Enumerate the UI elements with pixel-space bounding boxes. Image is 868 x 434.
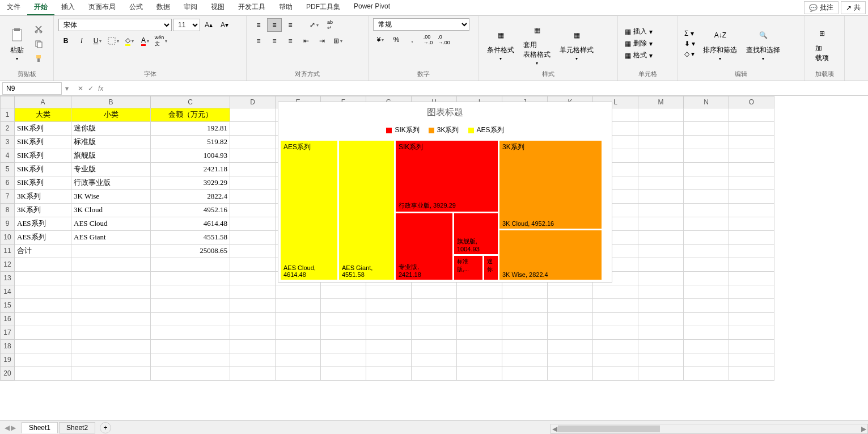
cell-J16[interactable] bbox=[502, 313, 548, 326]
table-format-button[interactable]: ▦套用 表格格式▾ bbox=[520, 20, 554, 67]
cell-G20[interactable] bbox=[366, 367, 412, 381]
cell-H18[interactable] bbox=[412, 340, 457, 353]
tile-sik-std[interactable]: 标准版,... bbox=[454, 256, 482, 280]
cell-B8[interactable]: 3K Cloud bbox=[71, 204, 151, 217]
cell-D4[interactable] bbox=[230, 149, 276, 163]
row-header-15[interactable]: 15 bbox=[0, 299, 15, 313]
col-header-M[interactable]: M bbox=[638, 96, 684, 108]
cell-D16[interactable] bbox=[230, 313, 276, 326]
cell-C18[interactable] bbox=[151, 340, 230, 353]
cell-M7[interactable] bbox=[638, 190, 684, 204]
align-middle-button[interactable]: ≡ bbox=[267, 18, 282, 32]
cell-C6[interactable]: 3929.29 bbox=[151, 176, 230, 190]
cell-D12[interactable] bbox=[230, 258, 276, 272]
cell-M20[interactable] bbox=[638, 367, 684, 381]
cell-A14[interactable] bbox=[15, 285, 71, 299]
share-button[interactable]: ↗共 bbox=[841, 1, 866, 14]
cell-N8[interactable] bbox=[684, 204, 729, 217]
format-painter-button[interactable] bbox=[32, 52, 45, 65]
menu-数据[interactable]: 数据 bbox=[150, 0, 177, 15]
menu-Power Pivot[interactable]: Power Pivot bbox=[347, 0, 397, 15]
cell-L17[interactable] bbox=[593, 326, 638, 340]
cell-O16[interactable] bbox=[729, 313, 774, 326]
tab-prev-icon[interactable]: ◀ bbox=[5, 424, 10, 432]
menu-插入[interactable]: 插入 bbox=[54, 0, 82, 15]
addins-button[interactable]: ⊞加 载项 bbox=[810, 23, 835, 64]
cell-A20[interactable] bbox=[15, 367, 71, 381]
select-all-corner[interactable] bbox=[0, 96, 15, 108]
cell-O11[interactable] bbox=[729, 245, 774, 258]
cell-D2[interactable] bbox=[230, 122, 276, 136]
cell-L14[interactable] bbox=[593, 285, 638, 299]
cell-F17[interactable] bbox=[321, 326, 366, 340]
col-header-C[interactable]: C bbox=[151, 96, 230, 108]
cell-O9[interactable] bbox=[729, 217, 774, 231]
cell-D18[interactable] bbox=[230, 340, 276, 353]
cell-O2[interactable] bbox=[729, 122, 774, 136]
cell-B14[interactable] bbox=[71, 285, 151, 299]
col-header-N[interactable]: N bbox=[684, 96, 729, 108]
cell-H19[interactable] bbox=[412, 353, 457, 367]
cell-I19[interactable] bbox=[457, 353, 502, 367]
cell-N10[interactable] bbox=[684, 231, 729, 245]
cell-K16[interactable] bbox=[548, 313, 593, 326]
cell-C12[interactable] bbox=[151, 258, 230, 272]
cell-O1[interactable] bbox=[729, 108, 774, 122]
cell-F16[interactable] bbox=[321, 313, 366, 326]
cell-G18[interactable] bbox=[366, 340, 412, 353]
autosum-button[interactable]: Σ ▾ bbox=[682, 29, 697, 38]
cell-K14[interactable] bbox=[548, 285, 593, 299]
cell-A17[interactable] bbox=[15, 326, 71, 340]
fx-icon[interactable]: fx bbox=[98, 85, 103, 92]
bold-button[interactable]: B bbox=[58, 34, 73, 48]
row-header-5[interactable]: 5 bbox=[0, 163, 15, 176]
cell-G17[interactable] bbox=[366, 326, 412, 340]
cell-M11[interactable] bbox=[638, 245, 684, 258]
cell-O20[interactable] bbox=[729, 367, 774, 381]
cell-M9[interactable] bbox=[638, 217, 684, 231]
row-header-10[interactable]: 10 bbox=[0, 231, 15, 245]
cell-L15[interactable] bbox=[593, 299, 638, 313]
cell-N18[interactable] bbox=[684, 340, 729, 353]
horizontal-scrollbar[interactable]: ◀ ▶ bbox=[551, 424, 868, 434]
cell-B10[interactable]: AES Giant bbox=[71, 231, 151, 245]
cell-L18[interactable] bbox=[593, 340, 638, 353]
cell-I18[interactable] bbox=[457, 340, 502, 353]
align-bottom-button[interactable]: ≡ bbox=[283, 18, 298, 32]
cell-A10[interactable]: AES系列 bbox=[15, 231, 71, 245]
font-color-button[interactable]: A bbox=[138, 34, 153, 48]
cell-A5[interactable]: SIK系列 bbox=[15, 163, 71, 176]
cell-C9[interactable]: 4614.48 bbox=[151, 217, 230, 231]
cell-J18[interactable] bbox=[502, 340, 548, 353]
fill-button[interactable]: ⬇ ▾ bbox=[682, 39, 697, 48]
cell-C3[interactable]: 519.82 bbox=[151, 136, 230, 149]
row-header-4[interactable]: 4 bbox=[0, 149, 15, 163]
decrease-decimal-button[interactable]: .0→.00 bbox=[437, 33, 451, 47]
cell-M14[interactable] bbox=[638, 285, 684, 299]
orientation-button[interactable]: ⤢ bbox=[307, 18, 321, 32]
cell-A19[interactable] bbox=[15, 353, 71, 367]
cell-F14[interactable] bbox=[321, 285, 366, 299]
cell-I16[interactable] bbox=[457, 313, 502, 326]
col-header-O[interactable]: O bbox=[729, 96, 774, 108]
cell-O5[interactable] bbox=[729, 163, 774, 176]
cell-N17[interactable] bbox=[684, 326, 729, 340]
cell-G15[interactable] bbox=[366, 299, 412, 313]
wrap-text-button[interactable]: ab↵ bbox=[323, 18, 337, 32]
cell-E16[interactable] bbox=[276, 313, 321, 326]
treemap-chart[interactable]: 图表标题 SIK系列3K系列AES系列 AES系列 AES Cloud,4614… bbox=[278, 102, 612, 283]
cell-O13[interactable] bbox=[729, 272, 774, 285]
cell-O8[interactable] bbox=[729, 204, 774, 217]
col-header-D[interactable]: D bbox=[230, 96, 276, 108]
cell-C5[interactable]: 2421.18 bbox=[151, 163, 230, 176]
cell-M3[interactable] bbox=[638, 136, 684, 149]
cell-M2[interactable] bbox=[638, 122, 684, 136]
percent-button[interactable]: % bbox=[389, 33, 404, 47]
cell-A15[interactable] bbox=[15, 299, 71, 313]
cell-G16[interactable] bbox=[366, 313, 412, 326]
cell-K19[interactable] bbox=[548, 353, 593, 367]
cell-G14[interactable] bbox=[366, 285, 412, 299]
cell-O15[interactable] bbox=[729, 299, 774, 313]
cell-D19[interactable] bbox=[230, 353, 276, 367]
sheet-tab-Sheet1[interactable]: Sheet1 bbox=[22, 422, 58, 433]
